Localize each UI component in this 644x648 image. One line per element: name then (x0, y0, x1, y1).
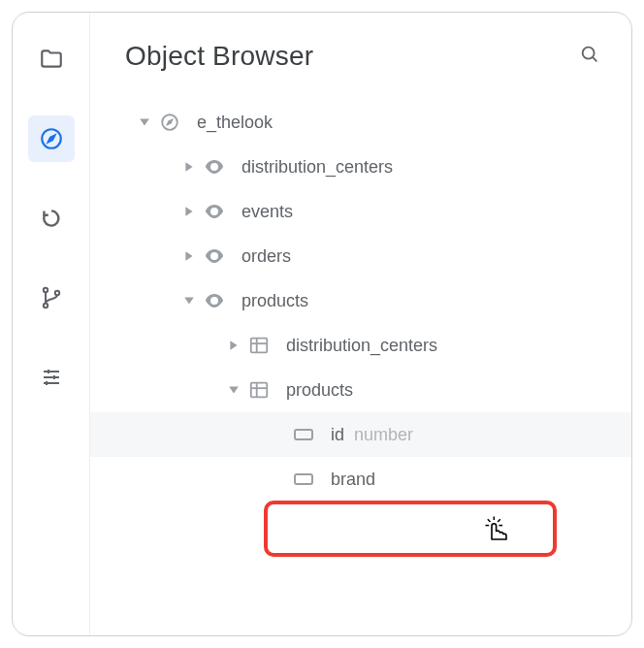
chevron-right-icon (177, 206, 201, 217)
search-button[interactable] (575, 40, 604, 73)
object-tree: e_thelook distribution_centers events (90, 92, 631, 502)
eye-icon (201, 155, 228, 178)
svg-marker-15 (168, 120, 173, 125)
node-label: orders (242, 246, 291, 267)
field-icon (290, 427, 317, 442)
chevron-right-icon (177, 161, 201, 173)
chevron-right-icon (222, 340, 245, 351)
node-label: distribution_centers (286, 336, 437, 356)
tab-files[interactable] (28, 36, 75, 82)
table-icon (245, 379, 273, 401)
node-label: distribution_centers (242, 157, 393, 178)
node-label: e_thelook (197, 113, 273, 133)
eye-icon (201, 200, 228, 223)
svg-point-11 (583, 48, 595, 59)
tree-node-field-brand[interactable]: brand (90, 457, 631, 502)
tab-history[interactable] (28, 195, 75, 242)
svg-marker-17 (185, 207, 192, 216)
chevron-down-icon (177, 295, 201, 307)
vertical-tab-bar (13, 13, 90, 635)
tree-node-view-expanded[interactable]: products (90, 368, 631, 412)
main-panel: Object Browser e_thelook (90, 13, 631, 635)
svg-point-2 (43, 288, 47, 292)
tree-node-explore[interactable]: distribution_centers (90, 145, 631, 189)
compass-icon (39, 126, 64, 151)
panel-title: Object Browser (125, 41, 313, 72)
svg-marker-18 (185, 251, 192, 261)
compass-small-icon (156, 112, 183, 133)
svg-marker-1 (48, 136, 54, 143)
chevron-right-icon (177, 250, 201, 262)
panel-frame: Object Browser e_thelook (12, 12, 632, 636)
eye-icon (201, 289, 228, 312)
tab-git[interactable] (28, 275, 75, 321)
tree-node-model[interactable]: e_thelook (90, 100, 631, 145)
svg-marker-13 (140, 118, 149, 125)
svg-rect-25 (251, 383, 268, 398)
svg-marker-16 (185, 162, 192, 172)
svg-marker-24 (229, 386, 239, 393)
svg-point-3 (43, 304, 47, 308)
tree-node-explore-expanded[interactable]: products (90, 278, 631, 323)
tree-node-view[interactable]: distribution_centers (90, 323, 631, 368)
svg-point-4 (54, 291, 58, 295)
field-icon (290, 471, 317, 487)
svg-rect-21 (251, 339, 268, 353)
tree-node-field-id[interactable]: id number (90, 412, 631, 457)
chevron-down-icon (222, 384, 245, 396)
tab-settings[interactable] (28, 354, 75, 401)
svg-marker-20 (230, 340, 237, 350)
sliders-icon (40, 366, 63, 389)
tab-object-browser[interactable] (28, 115, 75, 162)
chevron-down-icon (133, 116, 156, 128)
svg-marker-19 (184, 297, 194, 304)
field-label: id (331, 425, 344, 445)
git-branch-icon (40, 286, 63, 309)
folder-icon (39, 47, 64, 72)
table-icon (245, 335, 273, 356)
node-label: events (242, 202, 293, 222)
panel-header: Object Browser (90, 28, 631, 92)
tree-node-explore[interactable]: events (90, 189, 631, 234)
search-icon (579, 44, 600, 65)
field-type: number (354, 425, 413, 445)
eye-icon (201, 244, 228, 268)
svg-rect-29 (295, 474, 312, 484)
node-label: products (242, 291, 308, 311)
history-refresh-icon (39, 206, 64, 231)
svg-line-12 (593, 57, 596, 61)
node-label: products (286, 380, 353, 401)
tree-node-explore[interactable]: orders (90, 234, 631, 278)
field-label: brand (331, 470, 375, 490)
svg-rect-28 (295, 430, 312, 439)
